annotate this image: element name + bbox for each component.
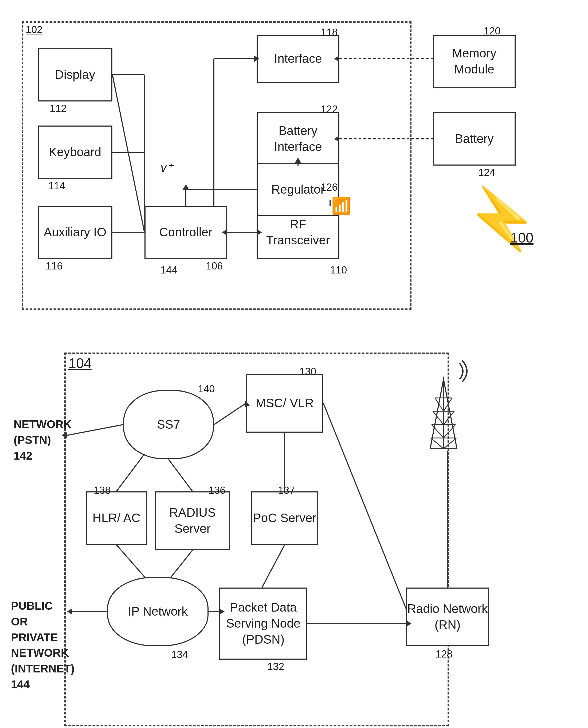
rn-label: Radio Network (RN): [407, 601, 488, 633]
display-label: Display: [55, 67, 95, 83]
interface-box: Interface: [257, 35, 339, 83]
hlr-label: HLR/ AC: [93, 510, 141, 526]
radius-label: RADIUS Server: [156, 505, 229, 537]
controller-box: Controller: [145, 206, 227, 259]
ss7-label: SS7: [157, 417, 180, 433]
msc-ref: 130: [299, 366, 316, 377]
ip-network-cloud: IP Network: [107, 577, 209, 646]
ss7-cloud: SS7: [123, 390, 214, 459]
battery-ref: 124: [478, 167, 495, 179]
msc-box: MSC/ VLR: [246, 374, 323, 433]
auxio-label: Auxiliary IO: [44, 224, 106, 241]
pstn-label: NETWORK(PSTN)142: [14, 417, 67, 464]
regulator-label: Regulator: [271, 182, 324, 197]
poc-box: PoC Server: [251, 492, 318, 545]
svg-line-34: [443, 438, 456, 449]
battery-interface-box: Battery Interface: [257, 112, 339, 166]
pdsn-ref: 132: [267, 661, 284, 672]
system-100-label: 100: [510, 230, 533, 246]
controller-label: Controller: [159, 224, 212, 241]
display-box: Display: [38, 48, 112, 102]
memory-module-label: Memory Module: [434, 45, 514, 78]
keyboard-label: Keyboard: [49, 144, 102, 160]
battery-interface-label: Battery Interface: [258, 123, 338, 155]
interface-ref: 118: [321, 27, 338, 38]
battery-box: Battery: [433, 112, 516, 166]
battery-iface-ref: 122: [321, 104, 338, 115]
internet-label: PUBLIC ORPRIVATENETWORK(INTERNET)144: [11, 598, 70, 692]
bottom-diagram: 104 NETWORK(PSTN)142 PUBLIC ORPRIVATENET…: [11, 342, 577, 728]
svg-line-30: [443, 411, 454, 424]
auxio-ref: 116: [46, 261, 62, 272]
rn-ref: 128: [436, 648, 453, 660]
radius-box: RADIUS Server: [155, 492, 230, 550]
rf-label: RF Transceiver: [258, 216, 338, 248]
hlr-box: HLR/ AC: [86, 492, 147, 545]
hlr-ref: 138: [94, 485, 110, 496]
poc-ref: 137: [278, 485, 295, 496]
diagram-container: 102 Display 112 Keyboard 114 Auxiliary I…: [11, 11, 577, 728]
radius-ref: 136: [209, 485, 225, 496]
interface-label: Interface: [274, 51, 322, 67]
keyboard-box: Keyboard: [38, 126, 112, 179]
regulator-ref: 126: [321, 182, 338, 193]
antenna-icon: 📶: [331, 196, 352, 215]
battery-label: Battery: [455, 131, 494, 147]
ip-ref: 134: [171, 649, 188, 661]
poc-label: PoC Server: [253, 510, 316, 526]
rn-box: Radio Network (RN): [406, 587, 489, 646]
vplus-annotation: v⁺: [161, 160, 173, 175]
tower-svg: [417, 355, 470, 451]
device-102-label: 102: [26, 24, 42, 36]
auxio-box: Auxiliary IO: [38, 206, 112, 259]
msc-label: MSC/ VLR: [255, 395, 314, 411]
memory-ref: 120: [484, 25, 500, 37]
svg-line-33: [431, 438, 443, 449]
memory-module-box: Memory Module: [433, 35, 516, 88]
network-104-label: 104: [68, 355, 91, 371]
keyboard-ref: 114: [48, 180, 65, 192]
display-ref: 112: [50, 103, 66, 114]
rf-ant-ref: 110: [330, 264, 347, 276]
pdsn-label: Packet Data Serving Node (PDSN): [220, 600, 306, 647]
ip-network-label: IP Network: [128, 604, 188, 620]
top-diagram: 102 Display 112 Keyboard 114 Auxiliary I…: [11, 11, 577, 326]
controller-ref: 106: [206, 261, 223, 272]
svg-line-29: [433, 411, 443, 424]
ss7-ref: 140: [198, 383, 215, 395]
pdsn-box: Packet Data Serving Node (PDSN): [219, 587, 307, 660]
v144-annotation: 144: [161, 264, 177, 276]
